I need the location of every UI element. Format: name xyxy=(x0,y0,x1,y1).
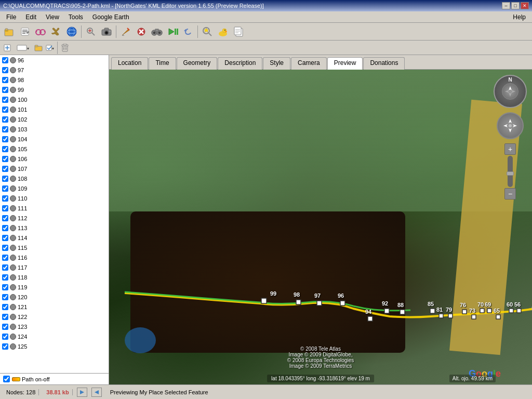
list-item[interactable]: 125 xyxy=(0,341,109,351)
node-checkbox[interactable] xyxy=(2,245,8,251)
list-item[interactable]: 121 xyxy=(0,302,109,312)
google-earth-button[interactable] xyxy=(64,24,79,39)
list-item[interactable]: 123 xyxy=(0,322,109,331)
list-item[interactable]: 96 xyxy=(0,55,109,65)
list-item[interactable]: 106 xyxy=(0,154,109,164)
tab-time[interactable]: Time xyxy=(149,57,176,70)
play-button[interactable] xyxy=(165,24,180,39)
node-checkbox[interactable] xyxy=(2,67,8,73)
list-item[interactable]: 112 xyxy=(0,213,109,223)
new-button[interactable] xyxy=(2,43,12,53)
duck-button[interactable] xyxy=(216,24,230,39)
menu-edit[interactable]: Edit xyxy=(21,12,41,22)
maximize-button[interactable]: □ xyxy=(511,2,520,9)
node-checkbox[interactable] xyxy=(2,294,8,300)
tab-geometry[interactable]: Geometry xyxy=(177,57,218,70)
list-item[interactable]: 122 xyxy=(0,312,109,322)
node-checkbox[interactable] xyxy=(2,235,8,241)
node-checkbox[interactable] xyxy=(2,116,8,123)
delete-button[interactable] xyxy=(134,24,149,39)
node-checkbox[interactable] xyxy=(2,284,8,290)
path-toggle-checkbox[interactable] xyxy=(3,376,10,382)
list-item[interactable]: 102 xyxy=(0,114,109,124)
search-star-button[interactable] xyxy=(200,24,215,39)
dropdown-button[interactable] xyxy=(14,43,32,53)
list-item[interactable]: 98 xyxy=(0,75,109,85)
node-checkbox[interactable] xyxy=(2,274,8,281)
menu-tools[interactable]: Tools xyxy=(64,12,87,22)
menu-file[interactable]: File xyxy=(2,12,20,22)
list-item[interactable]: 97 xyxy=(0,65,109,75)
zoom-out-button[interactable]: − xyxy=(504,188,516,200)
edit-button[interactable] xyxy=(18,24,32,39)
list-item[interactable]: 108 xyxy=(0,174,109,183)
list-item[interactable]: 107 xyxy=(0,164,109,174)
copy-button[interactable] xyxy=(231,24,246,39)
node-checkbox[interactable] xyxy=(2,215,8,221)
menu-help[interactable]: Help xyxy=(509,12,530,22)
node-checkbox[interactable] xyxy=(2,107,8,113)
list-item[interactable]: 120 xyxy=(0,292,109,302)
list-item[interactable]: 124 xyxy=(0,331,109,341)
status-btn-2[interactable] xyxy=(91,388,102,397)
list-item[interactable]: 118 xyxy=(0,272,109,282)
camera-button[interactable] xyxy=(99,24,114,39)
node-checkbox[interactable] xyxy=(2,136,8,142)
tab-preview[interactable]: Preview xyxy=(327,57,363,70)
zoom-button[interactable] xyxy=(84,24,98,39)
minimize-button[interactable]: – xyxy=(502,2,510,9)
tab-location[interactable]: Location xyxy=(111,57,148,70)
node-checkbox[interactable] xyxy=(2,87,8,93)
menu-google-earth[interactable]: Google Earth xyxy=(88,12,134,22)
compass[interactable]: N xyxy=(494,75,527,108)
status-btn-1[interactable] xyxy=(77,388,87,397)
list-item[interactable]: 119 xyxy=(0,282,109,292)
node-checkbox[interactable] xyxy=(2,304,8,310)
node-checkbox[interactable] xyxy=(2,176,8,182)
node-checkbox[interactable] xyxy=(2,255,8,261)
node-checkbox[interactable] xyxy=(2,185,8,192)
check-dropdown[interactable] xyxy=(45,43,55,53)
node-checkbox[interactable] xyxy=(2,166,8,172)
delete2-button[interactable] xyxy=(60,43,70,53)
node-checkbox[interactable] xyxy=(2,264,8,271)
node-checkbox[interactable] xyxy=(2,314,8,320)
zoom-in-button[interactable]: + xyxy=(504,143,516,155)
node-checkbox[interactable] xyxy=(2,205,8,211)
node-checkbox[interactable] xyxy=(2,225,8,231)
tools-button[interactable] xyxy=(49,24,63,39)
node-checkbox[interactable] xyxy=(2,195,8,202)
view-button[interactable] xyxy=(33,24,48,39)
node-checkbox[interactable] xyxy=(2,343,8,350)
list-item[interactable]: 105 xyxy=(0,144,109,154)
list-item[interactable]: 100 xyxy=(0,95,109,104)
list-item[interactable]: 110 xyxy=(0,193,109,203)
list-item[interactable]: 101 xyxy=(0,104,109,114)
node-checkbox[interactable] xyxy=(2,156,8,162)
undo-button[interactable] xyxy=(181,24,195,39)
list-item[interactable]: 103 xyxy=(0,124,109,134)
list-item[interactable]: 114 xyxy=(0,233,109,243)
tab-camera[interactable]: Camera xyxy=(291,57,327,70)
node-checkbox[interactable] xyxy=(2,334,8,340)
tab-description[interactable]: Description xyxy=(218,57,262,70)
edit2-button[interactable] xyxy=(118,24,133,39)
menu-view[interactable]: View xyxy=(42,12,63,22)
node-checkbox[interactable] xyxy=(2,146,8,152)
node-checkbox[interactable] xyxy=(2,324,8,330)
compass-inner[interactable] xyxy=(502,83,518,100)
close-button[interactable]: ✕ xyxy=(521,2,529,9)
zoom-thumb[interactable] xyxy=(507,171,514,176)
list-item[interactable]: 113 xyxy=(0,223,109,233)
list-item[interactable]: 104 xyxy=(0,134,109,144)
node-checkbox[interactable] xyxy=(2,57,8,63)
tab-donations[interactable]: Donations xyxy=(363,57,405,70)
list-item[interactable]: 116 xyxy=(0,252,109,262)
node-checkbox[interactable] xyxy=(2,77,8,83)
list-item[interactable]: 117 xyxy=(0,262,109,272)
binoculars-button[interactable] xyxy=(150,24,164,39)
list-item[interactable]: 115 xyxy=(0,243,109,252)
pan-control[interactable] xyxy=(497,112,524,139)
node-checkbox[interactable] xyxy=(2,126,8,132)
list-item[interactable]: 99 xyxy=(0,85,109,95)
